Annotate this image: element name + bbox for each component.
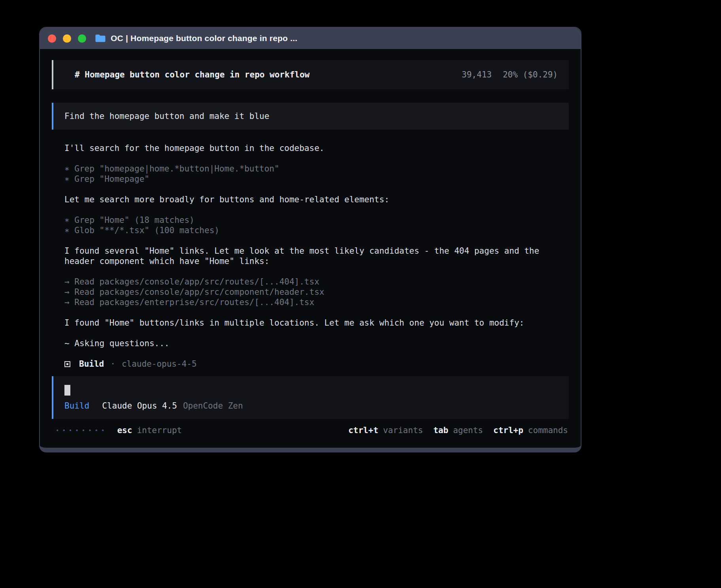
prompt-input[interactable]: Build Claude Opus 4.5 OpenCode Zen [52,376,569,419]
shortcut-variants: ctrl+t variants [348,425,423,435]
agent-name: Build [79,359,104,369]
tool-call-line: ∗ Grep "Home" (18 matches) [64,215,569,225]
terminal-window: OC | Homepage button color change in rep… [39,27,581,452]
interrupt-key: esc [117,425,132,435]
assistant-intro-text: I'll search for the homepage button in t… [64,143,569,153]
assistant-response: I'll search for the homepage button in t… [52,143,569,369]
assistant-text: Let me search more broadly for buttons a… [64,194,569,205]
folder-icon [95,34,106,43]
terminal-content: # Homepage button color change in repo w… [40,49,581,448]
shortcut-key: ctrl+p [493,425,523,435]
shortcut-label: agents [453,425,483,435]
agent-icon [64,361,70,367]
shortcut-label: variants [383,425,423,435]
tool-call-line: ∗ Glob "**/*.tsx" (100 matches) [64,225,569,236]
minimize-window-button[interactable] [63,34,71,43]
traffic-lights [48,34,86,43]
agent-model: claude-opus-4-5 [122,359,197,369]
window-title: OC | Homepage button color change in rep… [111,34,297,43]
tool-call-group: ∗ Grep "homepage|home.*button|Home.*butt… [64,164,569,184]
model-name: Claude Opus 4.5 [102,401,177,411]
interrupt-hint: esc interrupt [117,425,182,435]
shortcut-commands: ctrl+p commands [493,425,568,435]
session-header: # Homepage button color change in repo w… [52,60,569,89]
shortcut-agents: tab agents [433,425,483,435]
agent-mode-label: Build [64,401,89,411]
user-message-text: Find the homepage button and make it blu… [64,111,269,121]
read-tool-group: → Read packages/console/app/src/routes/[… [64,277,569,307]
title-group: OC | Homepage button color change in rep… [95,34,297,43]
tool-call-line: ∗ Grep "Homepage" [64,174,569,184]
model-provider: OpenCode Zen [183,401,243,411]
status-bar: •••••••• esc interrupt ctrl+t variants t… [52,425,569,435]
interrupt-label: interrupt [137,425,182,435]
read-line: → Read packages/console/app/src/componen… [64,287,569,297]
token-count: 39,413 [462,70,492,80]
shortcut-key: tab [433,425,448,435]
shortcut-label: commands [528,425,568,435]
maximize-window-button[interactable] [78,34,86,43]
spinner-dots: •••••••• [56,425,108,435]
user-message: Find the homepage button and make it blu… [52,103,569,130]
shortcut-key: ctrl+t [348,425,378,435]
read-line: → Read packages/enterprise/src/routes/[.… [64,297,569,307]
text-cursor [64,385,70,396]
assistant-text: I found several "Home" links. Let me loo… [64,246,569,266]
tool-call-group: ∗ Grep "Home" (18 matches) ∗ Glob "**/*.… [64,215,569,236]
working-status: ~ Asking questions... [64,338,569,349]
status-right: ctrl+t variants tab agents ctrl+p comman… [348,425,568,435]
agent-separator: · [110,359,115,369]
read-line: → Read packages/console/app/src/routes/[… [64,277,569,287]
tool-call-line: ∗ Grep "homepage|home.*button|Home.*butt… [64,164,569,174]
context-usage: 20% ($0.29) [503,70,558,80]
session-stats: 39,413 20% ($0.29) [462,70,558,80]
close-window-button[interactable] [48,34,56,43]
window-titlebar: OC | Homepage button color change in rep… [40,28,581,49]
session-title: # Homepage button color change in repo w… [75,70,310,80]
assistant-text: I found "Home" buttons/links in multiple… [64,318,569,328]
status-left: •••••••• esc interrupt [56,425,182,435]
agent-indicator: Build · claude-opus-4-5 [64,359,569,369]
model-info-line: Build Claude Opus 4.5 OpenCode Zen [64,401,558,411]
